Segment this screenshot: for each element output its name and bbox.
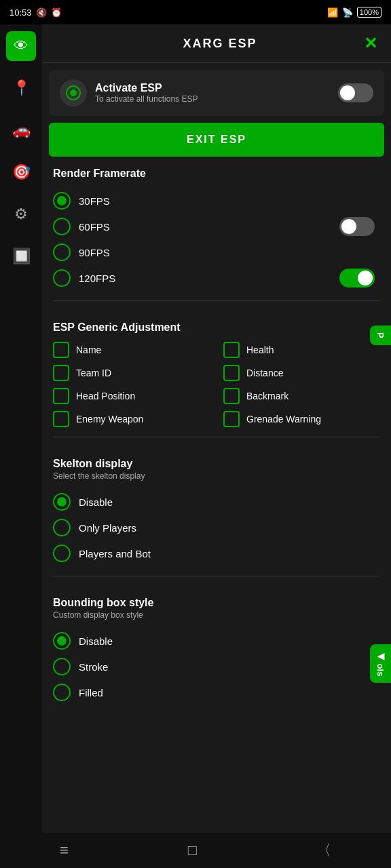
activate-esp-title: Activate ESP [95,82,198,94]
skelton-players-option[interactable]: Only Players [53,515,380,540]
vehicle-icon: 🚗 [12,121,31,139]
checkbox-name-box [53,342,69,358]
activate-esp-toggle[interactable] [338,83,373,102]
fps-120-toggle[interactable] [339,269,375,288]
box-disable-option[interactable]: Disable [53,628,380,654]
activate-esp-icon [60,79,87,106]
app-header: XARG ESP ✕ [42,24,391,63]
checkbox-backmark[interactable]: Backmark [223,388,380,404]
checkbox-health-box [223,342,240,358]
checkbox-enemyweapon[interactable]: Enemy Weapon [53,411,210,427]
skelton-disable-option[interactable]: Disable [53,489,380,515]
esp-generic-title: ESP Generic Adjustment [53,321,380,334]
fps-120-toggle-slider [339,269,375,288]
checkbox-teamid-label: Team ID [76,367,111,379]
checkbox-teamid-box [53,365,69,381]
checkbox-headposition-label: Head Position [76,390,135,402]
checkbox-headposition-box [53,388,69,404]
esp-generic-grid: Name Health Team ID Distance Head Positi… [53,342,380,427]
bottom-nav-menu[interactable]: ≡ [60,842,69,859]
skelton-playersbot-radio [53,545,71,562]
activate-esp-left: Activate ESP To activate all functions E… [60,79,198,106]
skelton-players-label: Only Players [79,522,136,534]
exit-esp-button[interactable]: EXIT ESP [49,123,384,157]
floating-button-p[interactable]: P [370,326,391,345]
activate-esp-row: Activate ESP To activate all functions E… [49,70,384,116]
fps-120-option[interactable]: 120FPS [53,265,115,291]
skelton-display-title: Skelton display [53,458,380,470]
checkbox-name-label: Name [76,344,101,356]
skelton-display-section: Skelton display Select the skelton displ… [42,447,391,566]
fps-60-label: 60FPS [79,221,110,233]
skelton-playersbot-label: Players and Bot [79,548,151,559]
bottom-nav-back[interactable]: 〈 [316,840,331,861]
bounding-box-subtitle: Custom display box style [53,610,380,620]
box-stroke-radio [53,658,71,675]
status-left: 10:53 🔇 ⏰ [10,7,62,18]
checkbox-enemyweapon-label: Enemy Weapon [76,413,143,425]
checkbox-grenadewarning[interactable]: Grenade Warning [223,411,380,427]
sidebar-item-chip[interactable]: 🔲 [6,241,36,271]
fps-60-option[interactable]: 60FPS [53,214,110,239]
fps-120-radio [53,269,71,287]
location-icon: 📍 [12,79,31,97]
status-right: 📶 📡 100% [327,7,381,18]
sidebar-item-target[interactable]: 🎯 [6,157,36,187]
skelton-display-subtitle: Select the skelton display [53,471,380,481]
sidebar-item-vehicle[interactable]: 🚗 [6,115,36,145]
fps-120-label: 120FPS [79,273,115,284]
skelton-playersbot-option[interactable]: Players and Bot [53,540,380,566]
floating-button-tools[interactable]: ◀ ols [370,644,391,683]
esp-icon-svg [65,85,81,101]
header-title: XARG ESP [76,37,364,51]
status-bar: 10:53 🔇 ⏰ 📶 📡 100% [0,0,391,24]
eye-icon: 👁 [14,37,29,55]
box-filled-radio [53,684,71,701]
settings-icon: ⚙ [14,205,28,223]
activate-esp-text: Activate ESP To activate all functions E… [95,82,198,104]
checkbox-grenadewarning-box [223,411,240,427]
box-filled-option[interactable]: Filled [53,679,380,705]
signal-icon: 📶 [327,7,338,18]
divider-1 [53,300,380,301]
sidebar: 👁 📍 🚗 🎯 ⚙ 🔲 [0,24,42,838]
checkbox-backmark-label: Backmark [246,390,288,402]
wifi-icon: 📡 [342,7,353,18]
fps-90-label: 90FPS [79,247,110,258]
checkbox-teamid[interactable]: Team ID [53,365,210,381]
fps-60-toggle-slider [339,217,375,236]
checkbox-distance[interactable]: Distance [223,365,380,381]
bounding-box-title: Bounding box style [53,597,380,609]
bottom-nav-home[interactable]: □ [188,842,197,859]
chip-icon: 🔲 [12,248,31,265]
activate-esp-subtitle: To activate all functions ESP [95,94,198,104]
mute-icon: 🔇 [36,7,47,18]
skelton-players-radio [53,519,71,536]
checkbox-headposition[interactable]: Head Position [53,388,210,404]
fps-60-toggle[interactable] [339,217,375,236]
fps-30-option[interactable]: 30FPS [53,188,380,214]
battery: 100% [357,7,381,18]
close-button[interactable]: ✕ [364,34,377,53]
checkbox-health[interactable]: Health [223,342,380,358]
esp-generic-section: ESP Generic Adjustment Name Health Team … [42,311,391,427]
box-disable-label: Disable [79,635,113,647]
skelton-disable-radio [53,493,71,511]
sidebar-item-settings[interactable]: ⚙ [6,199,36,229]
sidebar-item-eye[interactable]: 👁 [6,31,36,61]
fps-60-radio [53,218,71,235]
checkbox-distance-box [223,365,240,381]
checkbox-enemyweapon-box [53,411,69,427]
checkbox-grenadewarning-label: Grenade Warning [246,413,321,425]
checkbox-name[interactable]: Name [53,342,210,358]
fps-90-option[interactable]: 90FPS [53,239,380,265]
checkbox-distance-label: Distance [246,367,283,379]
box-disable-radio [53,632,71,650]
bottom-nav: ≡ □ 〈 [0,833,391,868]
bounding-box-section: Bounding box style Custom display box st… [42,586,391,705]
render-framerate-title: Render Framerate [53,167,380,180]
sidebar-item-location[interactable]: 📍 [6,73,36,103]
box-stroke-option[interactable]: Stroke [53,654,380,679]
time: 10:53 [10,7,32,18]
fps-30-radio [53,192,71,210]
